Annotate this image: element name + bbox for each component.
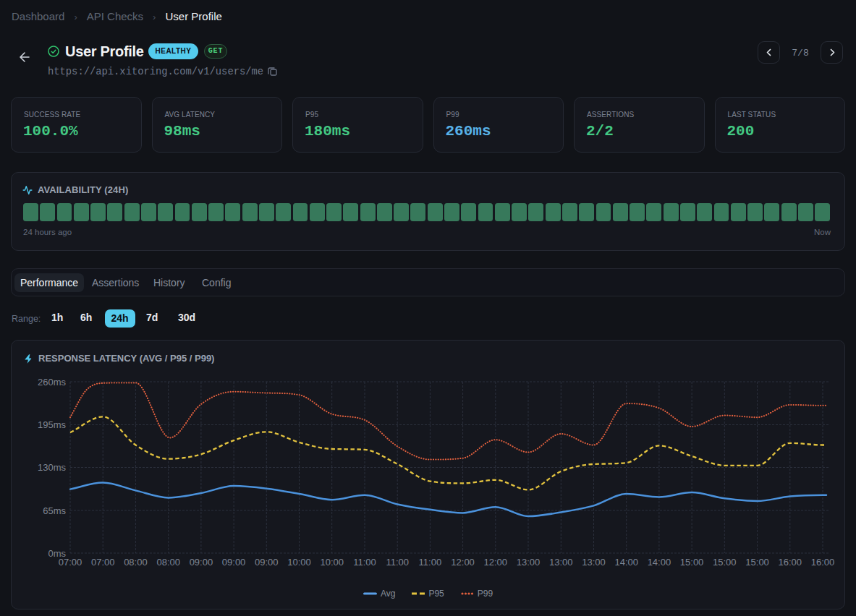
- svg-text:15:00: 15:00: [680, 557, 704, 568]
- svg-text:07:00: 07:00: [91, 557, 115, 568]
- svg-text:09:00: 09:00: [190, 557, 213, 568]
- svg-text:12:00: 12:00: [484, 557, 508, 568]
- svg-text:13:00: 13:00: [517, 557, 541, 568]
- svg-text:11:00: 11:00: [386, 557, 409, 568]
- svg-text:09:00: 09:00: [222, 557, 246, 568]
- svg-text:130ms: 130ms: [38, 462, 67, 473]
- svg-text:08:00: 08:00: [124, 557, 148, 568]
- svg-text:07:00: 07:00: [59, 557, 82, 568]
- svg-text:195ms: 195ms: [38, 419, 67, 430]
- svg-text:13:00: 13:00: [582, 557, 606, 568]
- svg-text:15:00: 15:00: [713, 557, 737, 568]
- svg-text:15:00: 15:00: [745, 557, 769, 568]
- svg-text:260ms: 260ms: [38, 377, 67, 388]
- svg-text:10:00: 10:00: [287, 557, 311, 568]
- svg-text:10:00: 10:00: [320, 557, 344, 568]
- svg-text:65ms: 65ms: [43, 505, 66, 516]
- svg-text:12:00: 12:00: [451, 557, 475, 568]
- svg-text:11:00: 11:00: [353, 557, 376, 568]
- svg-text:11:00: 11:00: [419, 557, 442, 568]
- svg-text:13:00: 13:00: [549, 557, 573, 568]
- svg-text:16:00: 16:00: [811, 557, 835, 568]
- svg-text:14:00: 14:00: [648, 557, 671, 568]
- svg-text:09:00: 09:00: [255, 557, 279, 568]
- svg-text:16:00: 16:00: [779, 557, 802, 568]
- svg-text:14:00: 14:00: [614, 557, 638, 568]
- svg-text:08:00: 08:00: [156, 557, 180, 568]
